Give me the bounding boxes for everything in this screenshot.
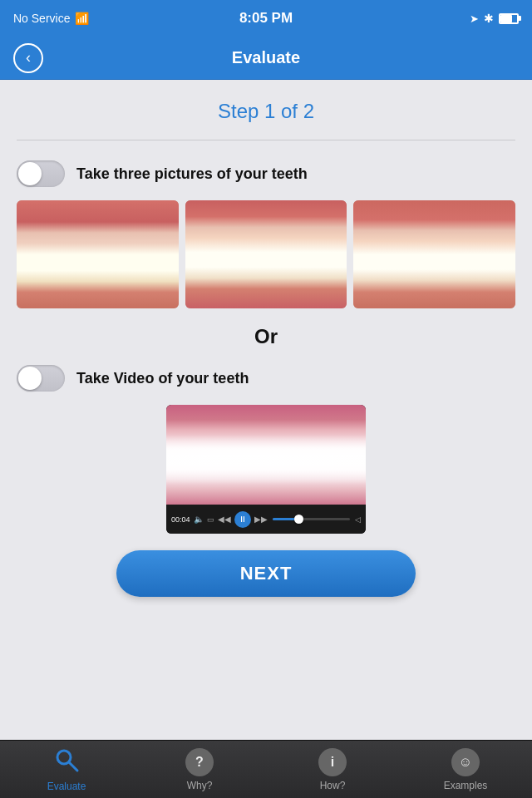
section1-toggle[interactable]	[17, 160, 65, 187]
section2-label: Take Video of your teeth	[76, 370, 249, 387]
search-icon	[53, 746, 80, 777]
examples-icon: ☺	[451, 748, 480, 776]
video-play-button[interactable]: ⏸	[234, 511, 251, 528]
video-rewind-btn[interactable]: ◀◀	[218, 515, 231, 524]
photo-center[interactable]	[185, 200, 347, 308]
svg-line-1	[69, 762, 77, 771]
tab-examples-label: Examples	[444, 780, 488, 791]
tab-why[interactable]: ? Why?	[133, 741, 266, 798]
tab-bar: Evaluate ? Why? i How? ☺ Examples	[0, 740, 532, 798]
video-controls: 00:04 🔈 ▭ ◀◀ ⏸ ▶▶ ◁	[166, 505, 366, 534]
status-time: 8:05 PM	[239, 10, 293, 27]
video-volume-btn[interactable]: ◁	[355, 515, 361, 524]
main-content: Step 1 of 2 Take three pictures of your …	[0, 80, 532, 740]
status-bar: No Service 📶 8:05 PM ➤ ✱	[0, 0, 532, 37]
location-icon: ➤	[470, 12, 479, 25]
video-time: 00:04	[171, 515, 190, 524]
battery-icon	[499, 13, 519, 24]
or-divider: Or	[17, 325, 515, 348]
video-preview	[166, 405, 366, 505]
video-container[interactable]: 00:04 🔈 ▭ ◀◀ ⏸ ▶▶ ◁	[166, 405, 366, 534]
status-right: ➤ ✱	[470, 12, 519, 25]
nav-bar: ‹ Evaluate	[0, 37, 532, 80]
step-header: Step 1 of 2	[17, 100, 515, 123]
photo-grid	[17, 200, 515, 308]
video-progress-thumb	[294, 515, 303, 524]
video-airplay-btn[interactable]: ▭	[207, 515, 214, 524]
why-icon: ?	[185, 748, 214, 776]
section2-toggle[interactable]	[17, 365, 65, 392]
video-pause-icon: ⏸	[239, 515, 247, 524]
nav-title: Evaluate	[232, 48, 300, 67]
teeth-image-left	[17, 200, 179, 308]
section2-row: Take Video of your teeth	[17, 365, 515, 392]
section1-label: Take three pictures of your teeth	[76, 165, 308, 183]
back-button[interactable]: ‹	[13, 43, 43, 73]
tab-evaluate[interactable]: Evaluate	[0, 741, 133, 798]
tab-how-label: How?	[320, 780, 346, 791]
next-button[interactable]: NEXT	[116, 550, 416, 597]
status-left: No Service 📶	[13, 12, 89, 25]
tab-why-label: Why?	[187, 780, 213, 791]
video-teeth-overlay	[166, 405, 366, 505]
video-mute-btn[interactable]: 🔈	[194, 515, 204, 524]
video-forward-btn[interactable]: ▶▶	[254, 515, 268, 524]
photo-right[interactable]	[353, 200, 515, 308]
teeth-image-right	[353, 200, 515, 308]
step-divider	[17, 140, 515, 140]
bluetooth-icon: ✱	[484, 12, 494, 25]
how-icon: i	[318, 748, 347, 776]
tab-evaluate-label: Evaluate	[47, 781, 86, 792]
teeth-image-center	[185, 200, 347, 308]
tab-examples[interactable]: ☺ Examples	[399, 741, 532, 798]
section1-row: Take three pictures of your teeth	[17, 160, 515, 187]
no-service-text: No Service	[13, 12, 70, 25]
photo-left[interactable]	[17, 200, 179, 308]
video-progress-bar[interactable]	[273, 518, 350, 520]
video-progress-fill	[273, 518, 300, 520]
tab-how[interactable]: i How?	[266, 741, 399, 798]
wifi-icon: 📶	[75, 12, 89, 25]
